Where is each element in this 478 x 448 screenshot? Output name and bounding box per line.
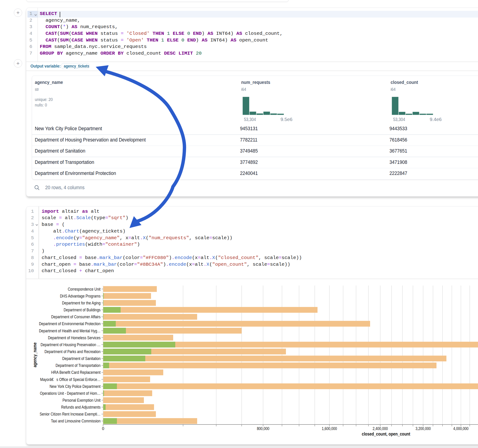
svg-text:Department of Health and Menta: Department of Health and Mental Hyg… xyxy=(39,328,101,333)
svg-text:Department of Buildings: Department of Buildings xyxy=(64,307,101,312)
svg-text:9.4e6: 9.4e6 xyxy=(430,117,441,122)
svg-text:Taxi and Limousine Commission: Taxi and Limousine Commission xyxy=(51,418,101,423)
svg-text:9.5e6: 9.5e6 xyxy=(280,117,292,122)
svg-text:4,000,000: 4,000,000 xyxy=(453,426,469,431)
svg-text:Personal Exemption Unit: Personal Exemption Unit xyxy=(63,398,101,403)
svg-text:Correspondence Unit: Correspondence Unit xyxy=(68,287,101,292)
svg-text:agency_name: agency_name xyxy=(32,342,37,367)
svg-text:1,600,000: 1,600,000 xyxy=(322,426,337,431)
svg-text:0: 0 xyxy=(102,426,104,431)
svg-text:HRA Benefit Card Replacement: HRA Benefit Card Replacement xyxy=(51,370,101,375)
svg-text:800,000: 800,000 xyxy=(257,426,269,431)
svg-text:3,200,000: 3,200,000 xyxy=(415,426,431,431)
svg-text:Department of Sanitation: Department of Sanitation xyxy=(62,356,101,361)
svg-text:Senior Citizen Rent Increase E: Senior Citizen Rent Increase Exempti… xyxy=(40,412,101,417)
svg-text:2,400,000: 2,400,000 xyxy=(373,426,388,431)
svg-text:New York City Police Departmen: New York City Police Department xyxy=(50,384,101,389)
svg-text:Department of Consumer Affairs: Department of Consumer Affairs xyxy=(51,314,101,319)
svg-text:Department for the Aging: Department for the Aging xyxy=(62,300,101,305)
svg-text:closed_count, open_count: closed_count, open_count xyxy=(362,431,410,436)
svg-text:53,304: 53,304 xyxy=(393,117,405,122)
svg-text:Department of Parks and Recrea: Department of Parks and Recreation xyxy=(44,349,101,354)
svg-text:DHS Advantage Programs: DHS Advantage Programs xyxy=(60,294,101,299)
svg-text:Mayorâ€ s Office of Special: Mayorâ€ s Office of Special Enforce… xyxy=(40,377,101,382)
svg-text:Department of Housing Preserva: Department of Housing Preservation … xyxy=(41,342,101,347)
svg-text:Refunds and Adjustments: Refunds and Adjustments xyxy=(61,405,101,410)
svg-text:Department of Homeless Service: Department of Homeless Services xyxy=(48,335,101,340)
svg-text:Department of Environmental Pr: Department of Environmental Protection xyxy=(39,321,101,326)
svg-text:Department of Transportation: Department of Transportation xyxy=(56,363,101,368)
svg-text:Operations Unit - Department o: Operations Unit - Department of Hom… xyxy=(40,391,101,396)
svg-text:53,304: 53,304 xyxy=(244,117,256,122)
